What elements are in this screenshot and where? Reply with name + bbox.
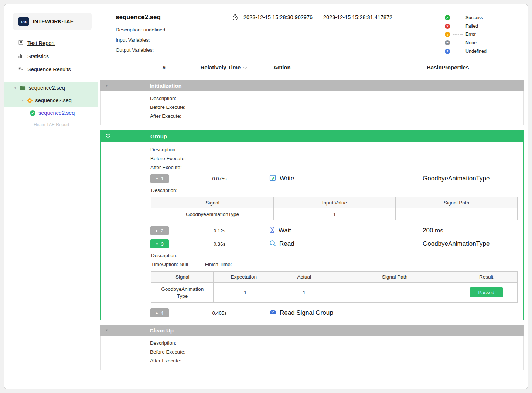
step-action-write: Write [269,174,423,183]
report-header: sequence2.seq 2023-12-15 15:28:30.902976… [98,4,528,59]
step-time: 0.12s [170,228,269,234]
section-header-group[interactable]: Group [101,131,523,142]
sidebar-item-label: Sequence Results [27,66,71,72]
caret-down-icon[interactable]: ▼ [105,328,108,332]
step-basic-properties: GoodbyeAnimationType [423,240,523,248]
collapse-all-icon[interactable] [106,134,110,139]
hourglass-icon [269,227,275,235]
table-column-header: # Relatively Time Action BasicProperties [98,59,528,75]
cell-actual: 1 [274,283,334,303]
legend-item-error: ! Error [445,30,487,39]
legend-item-failed: × Failed [445,22,487,31]
sidebar-item-label: Statistics [27,54,49,59]
none-icon: − [445,40,450,45]
tree-node-label: sequence2.seq [35,97,72,103]
sidebar-item-statistics[interactable]: Statistics [4,50,98,63]
sidebar-footer-text: Hirain TAE Report [4,122,98,127]
legend-label: Failed [466,24,478,29]
section-header-initialization[interactable]: ▼ Initialization [100,80,524,91]
step-number: 4 [161,310,163,316]
step-row-3: ▼ 3 0.36s Read GoodbyeAnimationType [101,237,523,251]
legend-dash [453,51,463,51]
legend-label: None [466,40,477,45]
section-group: Group Description: Before Execute: After… [100,130,524,320]
bar-chart-icon [18,53,24,60]
magnifier-icon [269,240,276,248]
description-label: Description: [150,145,523,154]
step-1-detail: Description: Signal Input Value Signal P… [101,185,523,224]
section-header-cleanup[interactable]: ▼ Clean Up [100,325,524,336]
step-4-expand-badge[interactable]: ▶ 4 [150,308,169,317]
cell-signal-path [334,283,455,303]
cell-result: Passed [455,283,518,303]
folder-icon [20,85,26,90]
sidebar-item-test-report[interactable]: Test Report [4,37,98,50]
step-time: 0.075s [170,176,269,182]
col-expectation: Expectation [214,272,274,283]
step-action-read-signal-group: Read Signal Group [269,309,423,317]
section-initialization: ▼ Initialization Description: Before Exe… [100,80,524,125]
report-main: sequence2.seq 2023-12-15 15:28:30.902976… [98,4,528,389]
description-label: Description: [151,251,518,260]
tree-node-sequence-folder[interactable]: ▾ sequence2.seq [4,82,98,94]
step-2-expand-badge[interactable]: ▶ 2 [150,226,169,235]
legend-dash [453,34,463,35]
step-time: 0.36s [170,241,269,247]
step-3-expand-badge[interactable]: ▼ 3 [150,239,169,248]
step-action-label: Read Signal Group [280,309,333,317]
col-input-value: Input Value [273,197,395,208]
passed-badge: Passed [470,287,503,297]
tree-node-sequence-result[interactable]: ✓ sequence2.seq [4,107,98,119]
caret-down-icon[interactable]: ▾ [14,86,16,90]
finish-time-label: Finish Time: [205,262,232,267]
report-sections: ▼ Initialization Description: Before Exe… [98,75,528,389]
sidebar-item-label: Test Report [27,40,55,46]
column-relatively-time[interactable]: Relatively Time [174,64,273,70]
step-number: 3 [161,241,164,247]
caret-right-icon: ▶ [156,311,158,315]
legend-label: Success [466,15,483,20]
section-body: Description: Before Execute: After Execu… [100,336,524,370]
before-execute-label: Before Execute: [150,348,523,356]
execution-time-range: 2023-12-15 15:28:30.902976——2023-12-15 1… [243,14,392,20]
step-time: 0.405s [170,310,269,316]
chevron-down-icon [243,65,247,69]
app-window: TAE INTEWORK-TAE Test Report Statistics [4,4,528,389]
sidebar: TAE INTEWORK-TAE Test Report Statistics [4,4,98,389]
legend-item-success: ✓ Success [445,14,487,22]
report-icon [18,39,24,47]
app-logo: TAE INTEWORK-TAE [13,13,92,30]
after-execute-label: After Execute: [150,112,523,121]
column-action: Action [273,64,427,70]
edit-icon [269,174,276,183]
caret-down-icon[interactable]: ▼ [105,84,108,87]
step-number: 2 [161,228,163,234]
write-signal-table: Signal Input Value Signal Path GoodbyeAn… [151,197,518,220]
page-title: sequence2.seq [116,14,232,21]
column-basic-properties: BasicProperties [427,64,528,70]
tree-node-label: sequence2.seq [38,110,75,116]
col-signal: Signal [151,197,274,208]
undefined-icon: ? [445,49,450,54]
step-row-4: ▶ 4 0.405s Read Signal Group [101,306,523,320]
status-legend: ✓ Success × Failed ! Error − Non [445,14,487,55]
success-check-icon: ✓ [30,110,35,116]
sidebar-item-sequence-results[interactable]: Sequence Results [4,63,98,76]
step-1-expand-badge[interactable]: ▼ 1 [150,174,169,183]
time-option-label: TimeOption: Null [151,262,188,267]
column-number: # [154,64,174,70]
sidebar-menu: Test Report Statistics Sequence Results [4,37,98,76]
tree-node-sequence[interactable]: ▾ sequence2.seq [4,94,98,107]
description-label: Description: [151,186,518,195]
cell-expectation: =1 [214,283,274,303]
step-row-1: ▼ 1 0.075s Write GoodbyeAnimationType [101,172,523,185]
failed-icon: × [445,24,450,29]
step-row-2: ▶ 2 0.12s Wait 200 ms [101,224,523,237]
caret-down-icon[interactable]: ▾ [22,99,24,102]
before-execute-label: Before Execute: [150,103,523,112]
error-icon: ! [445,32,450,37]
description-label: Description: [150,94,523,103]
step-basic-properties: 200 ms [423,227,523,234]
section-title: Clean Up [150,327,174,334]
envelope-icon [269,309,276,317]
